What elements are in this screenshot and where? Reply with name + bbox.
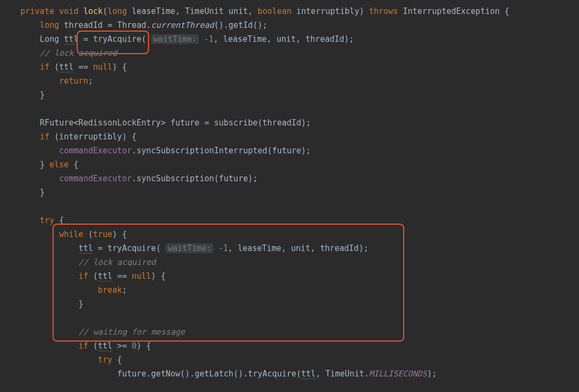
keyword: boolean [258, 6, 292, 16]
keyword: void [59, 6, 78, 16]
code-line: // lock acquired [20, 255, 579, 269]
keyword: if [40, 62, 49, 72]
number: -1 [218, 243, 228, 253]
keyword: long [108, 6, 127, 16]
code-line: commandExecutor.syncSubscriptionInterrup… [20, 144, 579, 158]
code-line: if (ttl == null) { [20, 60, 579, 74]
var: future [170, 118, 199, 128]
arg: unit [291, 243, 310, 253]
keyword: true [93, 230, 112, 239]
code-line: long threadId = Thread.currentThread().g… [20, 18, 579, 32]
comment: // lock acquired [40, 48, 117, 58]
code-line: try { [20, 213, 579, 227]
constant: MILLISECONDS [369, 369, 427, 379]
class: TimeUnit [325, 369, 364, 379]
method: currentThread [151, 20, 214, 30]
type: TimeUnit [185, 6, 224, 16]
field: commandExecutor [59, 174, 131, 183]
code-line: if (interruptibly) { [20, 130, 579, 144]
keyword: else [49, 160, 69, 169]
arg: leaseTime [237, 243, 281, 253]
var: ttl [59, 62, 73, 72]
blank-line [20, 102, 579, 116]
keyword: null [93, 62, 112, 72]
code-line: } [20, 88, 579, 102]
keyword: if [40, 132, 49, 142]
var: future [117, 369, 146, 379]
blank-line [20, 311, 579, 325]
keyword: return [59, 76, 88, 86]
keyword: null [132, 271, 151, 281]
keyword: while [59, 230, 83, 239]
var: ttl [98, 341, 113, 351]
param: unit [228, 6, 248, 16]
method-name: lock [83, 6, 102, 16]
number: -1 [204, 34, 213, 44]
var: interruptibly [59, 132, 122, 142]
code-line: private void lock(long leaseTime, TimeUn… [20, 4, 579, 18]
number: 0 [132, 341, 137, 351]
var: ttl [64, 34, 78, 45]
keyword: try [40, 216, 54, 225]
code-line: return; [20, 74, 579, 88]
method: tryAcquire [93, 34, 141, 44]
code-line: RFuture<RedissonLockEntry> future = subs… [20, 116, 579, 130]
keyword: if [78, 341, 88, 351]
var: ttl [98, 271, 113, 282]
method: getNow [151, 369, 180, 379]
param: leaseTime [132, 6, 175, 16]
arg: threadId [320, 243, 359, 253]
code-line: if (ttl == null) { [20, 269, 579, 283]
type: InterruptedException [403, 6, 500, 16]
arg: threadId [306, 34, 344, 44]
code-line: // lock acquired [20, 46, 579, 60]
method: getLatch [195, 369, 233, 379]
arg: unit [277, 34, 296, 44]
method: subscribe [214, 118, 257, 128]
code-line: break; [20, 283, 579, 297]
param-hint: waitTime: [166, 243, 213, 253]
method: getId [228, 20, 253, 30]
code-line: Long ttl = tryAcquire( waitTime: -1, lea… [20, 32, 579, 46]
keyword: break [98, 285, 122, 295]
keyword: private [20, 6, 54, 16]
code-line: } else { [20, 158, 579, 172]
var: threadId [64, 20, 102, 30]
code-line: } [20, 186, 579, 199]
keyword: try [98, 355, 113, 365]
code-line: // waiting for message [20, 325, 579, 339]
param: interruptibly [296, 6, 359, 16]
field: commandExecutor [59, 146, 131, 156]
type: Long [40, 34, 59, 44]
var: ttl [78, 243, 93, 254]
comment: // lock acquired [78, 257, 156, 267]
comment: // waiting for message [78, 327, 185, 337]
blank-line [20, 199, 579, 213]
code-line: commandExecutor.syncSubscription(future)… [20, 172, 579, 186]
type: RFuture<RedissonLockEntry> [40, 118, 166, 128]
code-line: ttl = tryAcquire( waitTime: -1, leaseTim… [20, 241, 579, 255]
method: tryAcquire [108, 243, 156, 253]
arg: ttl [301, 369, 316, 379]
method: syncSubscriptionInterrupted [137, 146, 268, 156]
method: tryAcquire [248, 369, 296, 379]
method: syncSubscription [137, 174, 214, 183]
code-line: if (ttl >= 0) { [20, 339, 579, 353]
arg: leaseTime [223, 34, 266, 44]
code-line: future.getNow().getLatch().tryAcquire(tt… [20, 367, 579, 381]
code-line: try { [20, 353, 579, 367]
keyword: throws [369, 6, 398, 16]
keyword: if [78, 271, 88, 281]
code-line: while (true) { [20, 227, 579, 241]
keyword: long [40, 20, 59, 30]
class: Thread [117, 20, 146, 30]
code-line: } [20, 297, 579, 311]
param-hint: waitTime: [151, 34, 199, 44]
